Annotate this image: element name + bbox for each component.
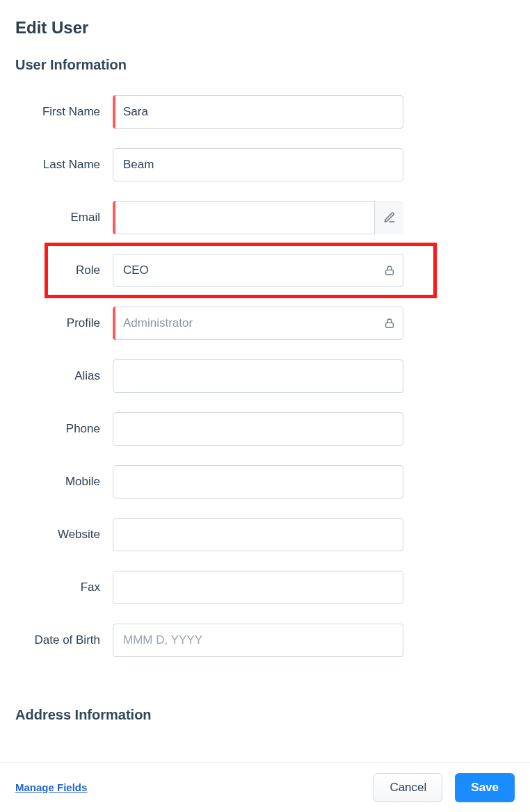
lock-icon xyxy=(384,318,395,329)
cancel-button[interactable]: Cancel xyxy=(374,773,442,802)
field-mobile: Mobile xyxy=(15,465,515,498)
label-last-name: Last Name xyxy=(15,158,113,172)
label-fax: Fax xyxy=(15,580,113,594)
label-dob: Date of Birth xyxy=(15,633,113,647)
label-alias: Alias xyxy=(15,369,113,383)
label-website: Website xyxy=(15,528,113,542)
field-fax: Fax xyxy=(15,571,515,604)
edit-email-button[interactable] xyxy=(374,201,403,234)
svg-rect-1 xyxy=(386,323,394,327)
label-phone: Phone xyxy=(15,422,113,436)
field-email: Email xyxy=(15,201,515,234)
label-first-name: First Name xyxy=(15,105,113,119)
phone-input[interactable] xyxy=(113,412,403,446)
role-input[interactable] xyxy=(113,254,403,287)
alias-input[interactable] xyxy=(113,359,403,393)
lock-icon xyxy=(384,265,395,276)
label-mobile: Mobile xyxy=(15,475,113,489)
field-dob: Date of Birth xyxy=(15,624,515,657)
first-name-input[interactable] xyxy=(113,95,403,129)
field-profile: Profile xyxy=(15,307,515,340)
field-phone: Phone xyxy=(15,412,515,446)
field-first-name: First Name xyxy=(15,95,515,129)
pencil-icon xyxy=(383,211,396,224)
fax-input[interactable] xyxy=(113,571,403,604)
manage-fields-link[interactable]: Manage Fields xyxy=(15,781,87,793)
profile-input[interactable] xyxy=(113,307,403,340)
field-website: Website xyxy=(15,518,515,551)
label-profile: Profile xyxy=(15,316,113,330)
section-user-information: User Information xyxy=(15,57,515,73)
dob-input[interactable] xyxy=(113,624,403,657)
field-alias: Alias xyxy=(15,359,515,393)
last-name-input[interactable] xyxy=(113,148,403,181)
email-input[interactable] xyxy=(113,201,403,234)
field-last-name: Last Name xyxy=(15,148,515,181)
svg-rect-0 xyxy=(386,270,394,275)
section-address-information: Address Information xyxy=(15,707,515,723)
label-email: Email xyxy=(15,211,113,225)
field-role: Role xyxy=(15,254,515,287)
label-role: Role xyxy=(15,263,113,277)
page-title: Edit User xyxy=(15,18,515,38)
save-button[interactable]: Save xyxy=(455,773,515,802)
mobile-input[interactable] xyxy=(113,465,403,498)
footer-bar: Manage Fields Cancel Save xyxy=(0,762,530,812)
website-input[interactable] xyxy=(113,518,403,551)
